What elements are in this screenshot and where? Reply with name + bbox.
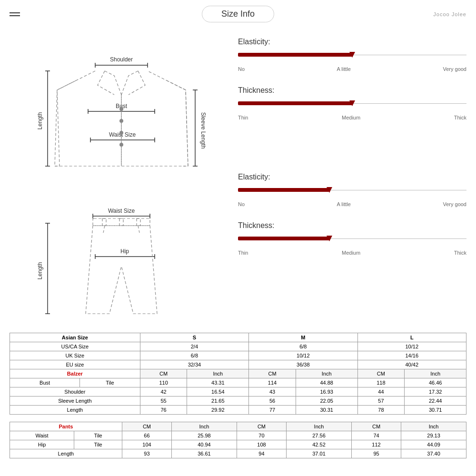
waist-m-cm: 70 <box>237 431 286 440</box>
bottom-thickness-title: Thickness: <box>238 221 466 230</box>
hip-m-inch: 42.52 <box>287 440 352 449</box>
pants-length-l-inch: 37.40 <box>401 449 466 458</box>
table-row: Sleeve Length 55 21.65 56 22.05 57 22.44 <box>10 397 466 406</box>
shoulder-m-cm: 43 <box>249 387 296 397</box>
top-thickness-label-thick: Thick <box>454 115 466 120</box>
table-row: Length 93 36.61 94 37.01 95 37.40 <box>10 449 466 458</box>
svg-text:Sleeve Length: Sleeve Length <box>200 112 207 149</box>
size-l-label: L <box>357 333 466 342</box>
pants-cm-l: CM <box>351 422 401 431</box>
svg-text:Length: Length <box>37 112 43 130</box>
length-m-inch: 30.31 <box>296 406 357 415</box>
waist-s-cm: 66 <box>122 431 171 440</box>
header: Size Info Jocoo Jolee <box>0 0 476 28</box>
bust-m-inch: 44.88 <box>296 378 357 387</box>
menu-line-2 <box>10 15 20 16</box>
shoulder-l-inch: 17.32 <box>405 387 466 397</box>
brand-name: Jocoo Jolee <box>433 11 466 17</box>
length-l-cm: 78 <box>357 406 405 415</box>
pants-inch-l: Inch <box>401 422 466 431</box>
waist-s-inch: 25.98 <box>172 431 237 440</box>
waist-label: Waist <box>10 431 74 440</box>
top-thickness-labels: Thin Medium Thick <box>238 115 466 120</box>
table-row: Asian Size S M L <box>10 333 466 342</box>
length-s-cm: 76 <box>140 406 187 415</box>
size-s-label: S <box>140 333 248 342</box>
top-elasticity-label-no: No <box>238 66 245 72</box>
svg-text:Shoulder: Shoulder <box>110 56 133 63</box>
menu-line-1 <box>10 12 20 13</box>
bottom-elasticity-labels: No A little Very good <box>238 201 466 207</box>
top-thickness-label-medium: Medium <box>342 115 360 120</box>
hip-tile: Tile <box>74 440 122 449</box>
bottom-thickness-label-medium: Medium <box>342 250 360 256</box>
top-thickness-label-thin: Thin <box>238 115 248 120</box>
s-uk: 6/8 <box>140 351 248 360</box>
pants-length-m-inch: 37.01 <box>287 449 352 458</box>
bust-s-cm: 110 <box>140 378 187 387</box>
top-elasticity-title: Elasticity: <box>238 38 466 46</box>
svg-text:Waist Size: Waist Size <box>108 208 135 214</box>
bottom-thickness-scale <box>238 234 466 248</box>
bottom-thickness-group: Thickness: Thin Medium Thick <box>238 221 466 256</box>
sleeve-m-inch: 22.05 <box>296 397 357 406</box>
table-row: Waist Tile 66 25.98 70 27.56 74 29.13 <box>10 431 466 440</box>
l-eu: 40/42 <box>357 360 466 369</box>
menu-button[interactable] <box>10 12 20 16</box>
page-title: Size Info <box>202 6 274 22</box>
l-usca: 10/12 <box>357 342 466 351</box>
svg-point-24 <box>119 143 123 147</box>
top-thickness-scale <box>238 99 466 113</box>
table-row: UK Size 6/8 10/12 14/16 <box>10 351 466 360</box>
bottom-elasticity-label-verygood: Very good <box>443 201 466 207</box>
bottom-elasticity-group: Elasticity: No A little Very good <box>238 173 466 207</box>
bottom-elasticity-fill <box>238 188 329 192</box>
hip-label: Hip <box>10 440 74 449</box>
table-row: Hip Tile 104 40.94 108 42.52 112 44.09 <box>10 440 466 449</box>
top-elasticity-scale <box>238 50 466 64</box>
inch-header-l: Inch <box>405 369 466 378</box>
pants-length-s-cm: 93 <box>122 449 171 458</box>
table-row: Bust Tile 110 43.31 114 44.88 118 46.46 <box>10 378 466 387</box>
uk-label: UK Size <box>10 351 140 360</box>
bottom-elasticity-scale <box>238 185 466 199</box>
svg-point-22 <box>119 119 123 123</box>
bottom-thickness-fill <box>238 237 329 240</box>
inch-header-m: Inch <box>296 369 357 378</box>
svg-line-40 <box>138 226 139 233</box>
svg-line-39 <box>103 226 105 233</box>
usca-label: US/CA Size <box>10 342 140 351</box>
svg-text:Hip: Hip <box>120 248 129 255</box>
bottom-thickness-label-thin: Thin <box>238 250 248 256</box>
cm-header-s: CM <box>140 369 187 378</box>
pants-length-l-cm: 95 <box>351 449 401 458</box>
hip-m-cm: 108 <box>237 440 286 449</box>
shoulder-s-cm: 42 <box>140 387 187 397</box>
top-elasticity-label-verygood: Very good <box>443 66 466 72</box>
bottom-elasticity-label-alittle: A little <box>337 201 351 207</box>
cm-header-l: CM <box>357 369 405 378</box>
waist-l-cm: 74 <box>351 431 401 440</box>
length-label: Length <box>10 406 140 415</box>
sleeve-l-cm: 57 <box>357 397 405 406</box>
shoulder-l-cm: 44 <box>357 387 405 397</box>
bottom-elasticity-title: Elasticity: <box>238 173 466 181</box>
length-m-cm: 77 <box>249 406 296 415</box>
l-uk: 14/16 <box>357 351 466 360</box>
top-elasticity-labels: No A little Very good <box>238 66 466 72</box>
top-elasticity-label-alittle: A little <box>337 66 351 72</box>
length-s-inch: 29.92 <box>187 406 249 415</box>
bottom-thickness-labels: Thin Medium Thick <box>238 250 466 256</box>
pants-length-label: Length <box>10 449 122 458</box>
blazer-diagram: Length Sleeve Length Shoulder Bust <box>10 33 219 185</box>
table-row: US/CA Size 2/4 6/8 10/12 <box>10 342 466 351</box>
length-l-inch: 30.71 <box>405 406 466 415</box>
top-thickness-title: Thickness: <box>238 86 466 95</box>
sleeve-s-cm: 55 <box>140 397 187 406</box>
table-row: EU size 32/34 36/38 40/42 <box>10 360 466 369</box>
pants-length-m-cm: 94 <box>237 449 286 458</box>
bust-l-cm: 118 <box>357 378 405 387</box>
top-elasticity-fill <box>238 53 352 57</box>
hip-l-inch: 44.09 <box>401 440 466 449</box>
right-properties: Elasticity: No A little Very good Thickn… <box>238 33 466 323</box>
